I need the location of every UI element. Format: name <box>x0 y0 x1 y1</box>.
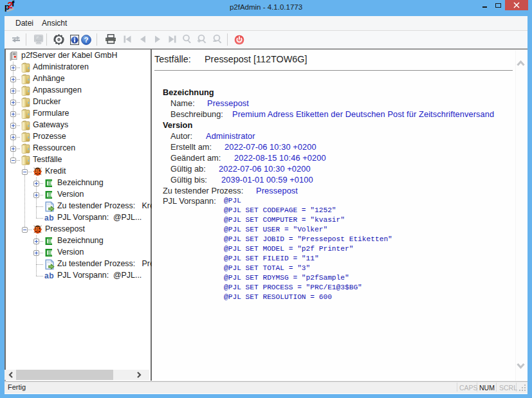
svg-text:?: ? <box>84 36 88 44</box>
